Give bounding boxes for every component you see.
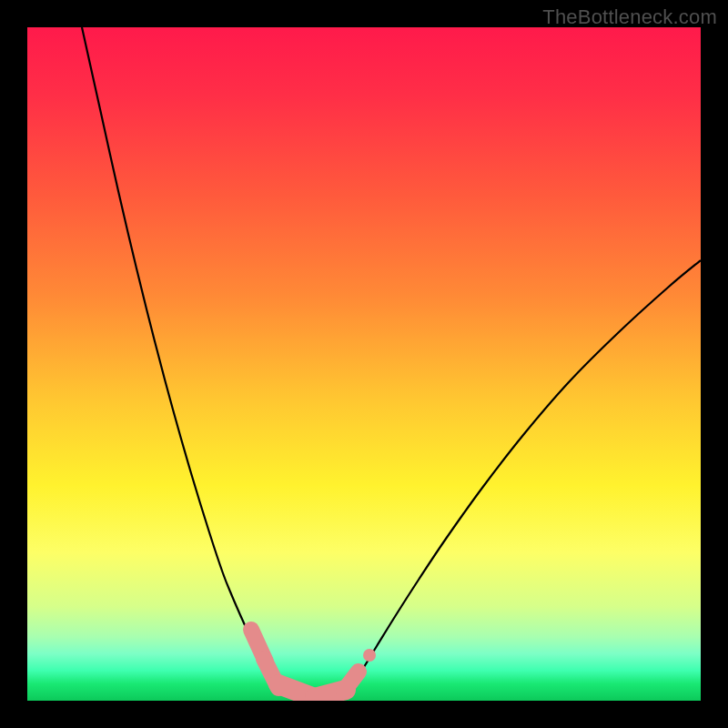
marker-capsule <box>344 672 359 691</box>
curve-left <box>82 27 273 686</box>
curve-right <box>350 260 701 686</box>
curve-layer <box>27 27 701 701</box>
valley-markers <box>251 630 376 698</box>
marker-dot <box>363 649 376 662</box>
chart-frame: TheBottleneck.com <box>0 0 728 728</box>
watermark-text: TheBottleneck.com <box>542 5 717 29</box>
plot-area <box>27 27 701 701</box>
